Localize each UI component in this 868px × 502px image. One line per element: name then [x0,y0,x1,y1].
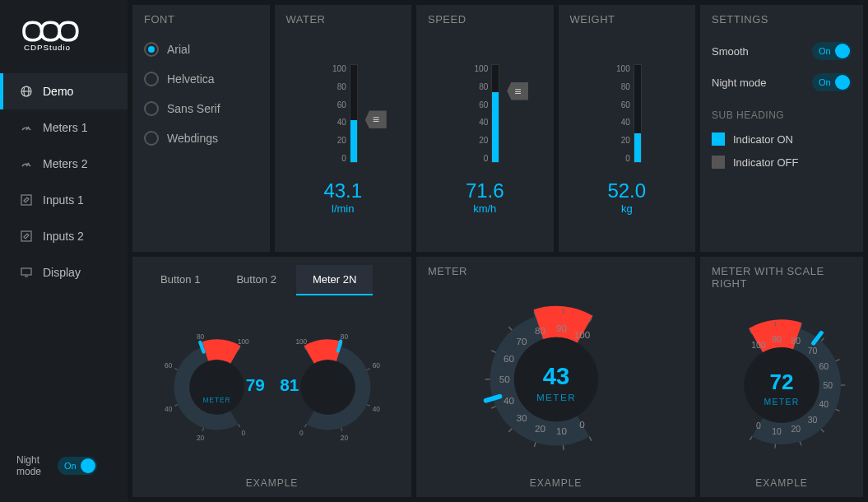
svg-text:70: 70 [808,346,818,356]
sidebar-night-mode: Night mode On [0,446,128,486]
svg-text:79: 79 [245,375,264,394]
svg-text:0: 0 [579,418,585,429]
smooth-toggle[interactable]: On [812,42,852,60]
nav-label: Display [43,266,81,279]
sidebar: CDPStudio Demo Meters 1 Meters 2 Inputs … [0,0,128,502]
svg-line-13 [202,428,203,431]
svg-text:60: 60 [819,362,829,371]
nav-label: Inputs 1 [43,193,84,207]
tab-button1[interactable]: Button 1 [144,265,216,295]
meter-unit: kg [621,202,633,215]
indicator-swatch [712,156,725,169]
radio-icon [144,42,159,57]
drag-handle-icon[interactable]: ≡ [365,110,387,128]
speed-card: SPEED 100806040200 ≡ 71.6 km/h [416,5,554,252]
meter-value: 52.0 [607,179,646,202]
svg-text:30: 30 [516,412,527,423]
bar-fill [492,92,499,162]
svg-text:20: 20 [791,425,801,434]
svg-line-80 [836,360,840,361]
night-toggle[interactable]: On [812,73,852,91]
svg-text:100: 100 [751,341,766,350]
card-title: WATER [286,13,401,26]
svg-line-33 [366,369,369,370]
nav-label: Meters 2 [43,157,87,170]
nav-item-meters1[interactable]: Meters 1 [0,109,128,146]
card-title: METER WITH SCALE RIGHT [712,265,852,290]
example-label: EXAMPLE [144,477,400,489]
bar-track [634,64,642,163]
svg-text:100: 100 [295,337,307,346]
radio-sansserif[interactable]: Sans Serif [144,101,258,116]
svg-text:20: 20 [340,434,348,442]
gauge-center: 010203040506070809010043METER [478,301,634,458]
svg-line-60 [563,309,564,314]
tab-button2[interactable]: Button 2 [220,265,292,295]
svg-text:40: 40 [165,405,173,413]
svg-text:METER: METER [202,396,230,404]
svg-line-54 [491,350,495,351]
night-mode-toggle[interactable]: On [58,457,97,475]
svg-line-50 [491,406,495,407]
scale: 100806040200 [470,64,488,163]
indicator-on: Indicator ON [712,132,852,146]
radio-arial[interactable]: Arial [144,42,258,57]
svg-text:80: 80 [535,324,546,335]
svg-rect-8 [21,268,31,275]
svg-text:METER: METER [764,397,799,407]
svg-line-27 [304,424,306,427]
svg-line-11 [238,424,239,427]
svg-line-42 [589,436,592,440]
svg-text:0: 0 [241,429,245,437]
svg-text:70: 70 [516,335,527,346]
bar-track: ≡ [491,64,499,163]
gauge-icon [20,121,33,134]
nav-item-inputs1[interactable]: Inputs 1 [0,182,128,218]
tab-meter2n[interactable]: Meter 2N [296,265,373,295]
svg-line-70 [775,444,776,449]
vertical-meter-speed: 100806040200 ≡ 71.6 km/h [428,35,542,244]
example-label: EXAMPLE [712,477,852,489]
svg-point-10 [189,360,244,414]
radio-helvetica[interactable]: Helvetica [144,72,258,86]
svg-text:10: 10 [772,427,782,436]
drag-handle-icon[interactable]: ≡ [507,82,528,100]
svg-text:80: 80 [196,332,204,341]
main-grid: FONT Arial Helvetica Sans Serif Webdings… [128,0,868,502]
nav-item-inputs2[interactable]: Inputs 2 [0,218,128,254]
svg-line-86 [775,322,776,326]
nav-item-demo[interactable]: Demo [0,73,128,109]
setting-smooth: Smooth On [712,42,852,60]
gauge-right: 02040608010081 [272,323,383,451]
nav-label: Demo [43,85,73,98]
card-title: SPEED [428,13,542,26]
radio-icon [144,131,159,146]
nav-item-meters2[interactable]: Meters 2 [0,146,128,182]
svg-line-56 [508,326,512,329]
svg-text:40: 40 [819,400,829,409]
tabs: Button 1 Button 2 Meter 2N [144,265,400,295]
card-title: METER [428,265,684,277]
radio-webdings[interactable]: Webdings [144,131,258,146]
svg-rect-7 [21,231,31,241]
example-label: EXAMPLE [428,477,684,489]
settings-card: SETTINGS Smooth On Night mode On SUB HEA… [700,5,863,252]
bar-fill [634,133,641,162]
scale: 100806040200 [612,64,630,163]
radio-icon [144,101,159,116]
nav-item-display[interactable]: Display [0,254,128,291]
svg-text:90: 90 [772,335,782,344]
gauge-right-scale: 010203040506070809010072METER [712,315,852,455]
svg-line-76 [836,409,840,411]
svg-line-82 [821,338,824,342]
svg-text:0: 0 [756,421,761,430]
svg-text:30: 30 [808,416,818,425]
vertical-meter-water: 100806040200 ≡ 43.1 l/min [286,35,401,244]
svg-text:20: 20 [535,423,546,434]
gauge-icon [20,157,33,170]
svg-text:METER: METER [536,392,575,402]
meter-unit: km/h [473,202,496,215]
svg-rect-6 [21,195,31,205]
scale: 100806040200 [328,64,346,163]
svg-text:40: 40 [372,405,380,413]
